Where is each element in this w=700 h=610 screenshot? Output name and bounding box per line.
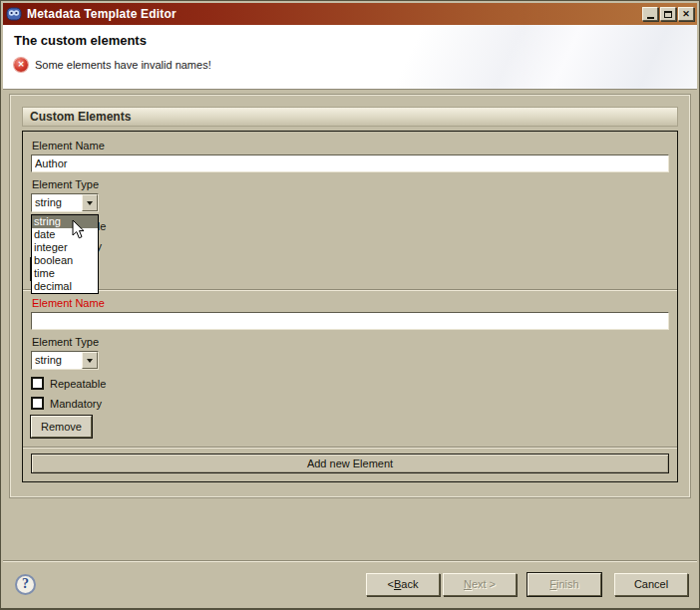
element-type-label: Element Type <box>32 178 669 190</box>
add-new-element-button[interactable]: Add new Element <box>31 454 669 473</box>
mandatory-checkbox-2[interactable] <box>31 397 44 410</box>
minimize-button[interactable] <box>642 7 658 21</box>
next-button[interactable]: Next > <box>443 573 517 596</box>
back-button[interactable]: < Back <box>366 573 440 596</box>
window-title: Metadata Template Editor <box>27 7 176 21</box>
minimize-icon <box>647 17 654 19</box>
help-button[interactable]: ? <box>15 574 36 595</box>
combo-value: string <box>32 194 82 211</box>
help-icon: ? <box>22 576 29 592</box>
repeatable-row: Repeatable <box>31 219 669 232</box>
dropdown-option-integer[interactable]: integer <box>32 241 98 254</box>
page-title: The custom elements <box>14 33 686 48</box>
dropdown-option-boolean[interactable]: boolean <box>32 254 98 267</box>
dropdown-option-decimal[interactable]: decimal <box>32 280 98 293</box>
button-bar: ? < Back Next > Finish Cancel <box>3 562 697 606</box>
group-header: Custom Elements <box>22 107 678 127</box>
dropdown-option-time[interactable]: time <box>32 267 98 280</box>
element-name-input[interactable] <box>31 154 669 172</box>
element-name-label: Element Name <box>32 140 669 152</box>
error-message-row: ✕ Some elements have invalid names! <box>14 58 686 72</box>
wizard-buttons: < Back Next > Finish Cancel <box>366 573 688 596</box>
repeatable-label-2: Repeatable <box>50 378 106 390</box>
chevron-down-icon[interactable] <box>82 352 98 369</box>
finish-button[interactable]: Finish <box>527 573 601 596</box>
element-type-label-2: Element Type <box>32 336 669 348</box>
element-name-input-2[interactable] <box>31 312 669 330</box>
repeatable-checkbox-2[interactable] <box>31 377 44 390</box>
error-message: Some elements have invalid names! <box>35 59 211 71</box>
element-section-2: Element Name Element Type string Repeata… <box>31 297 669 438</box>
close-button[interactable]: ✕ <box>678 7 694 21</box>
element-section-1: Element Name Element Type string string … <box>31 140 669 280</box>
wizard-header: The custom elements ✕ Some elements have… <box>3 25 697 90</box>
app-owl-icon <box>6 6 22 22</box>
cancel-button[interactable]: Cancel <box>614 573 688 596</box>
section-divider <box>23 289 677 291</box>
mandatory-label-2: Mandatory <box>50 398 102 410</box>
chevron-down-icon[interactable] <box>82 194 98 211</box>
element-type-combo[interactable]: string <box>31 193 99 212</box>
content-panel: Custom Elements Element Name Element Typ… <box>9 94 691 498</box>
element-name-label-invalid: Element Name <box>32 297 669 309</box>
combo-value-2: string <box>32 352 82 369</box>
mandatory-row-2: Mandatory <box>31 397 669 410</box>
dropdown-option-string[interactable]: string <box>32 215 98 228</box>
dialog-window: Metadata Template Editor ✕ The custom el… <box>0 0 700 610</box>
dropdown-option-date[interactable]: date <box>32 228 98 241</box>
type-dropdown-list: string date integer boolean time decimal <box>31 214 99 294</box>
element-type-combo-wrap-2: string <box>31 351 99 370</box>
section-divider <box>23 447 677 449</box>
error-icon: ✕ <box>14 58 28 72</box>
element-type-combo-2[interactable]: string <box>31 351 99 370</box>
window-controls: ✕ <box>640 7 694 21</box>
wizard-body: Custom Elements Element Name Element Typ… <box>3 90 697 606</box>
mandatory-row: Mandatory <box>31 239 669 252</box>
titlebar[interactable]: Metadata Template Editor ✕ <box>3 3 697 25</box>
maximize-button[interactable] <box>660 7 676 21</box>
group-title: Custom Elements <box>30 110 131 124</box>
repeatable-row-2: Repeatable <box>31 377 669 390</box>
remove-button-2[interactable]: Remove <box>31 416 92 438</box>
maximize-icon <box>664 11 672 18</box>
custom-elements-panel: Element Name Element Type string string … <box>22 131 678 482</box>
element-type-combo-wrap: string string date integer boolean time … <box>31 193 99 212</box>
close-icon: ✕ <box>682 10 690 19</box>
